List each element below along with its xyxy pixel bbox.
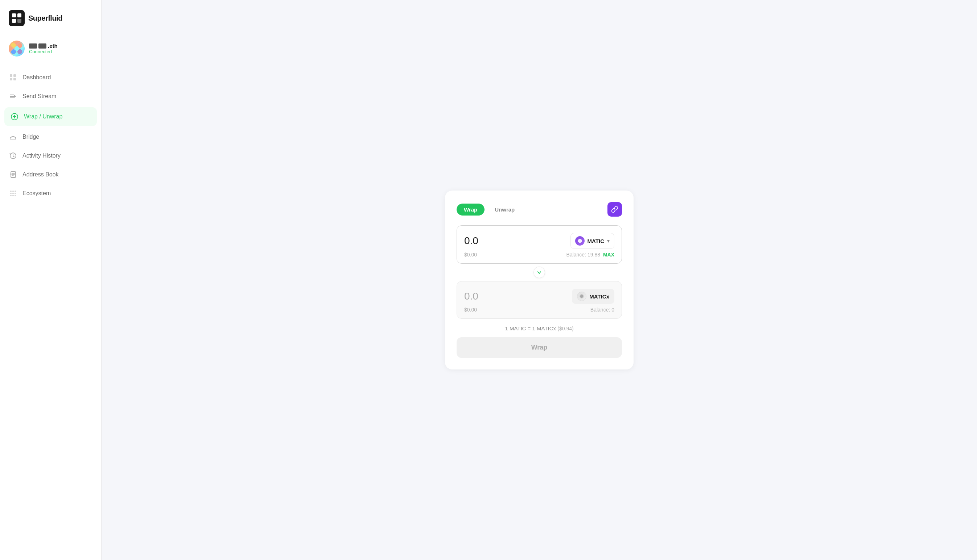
address-blocks	[29, 43, 47, 48]
token-input-row: MATIC ▾	[464, 233, 614, 249]
svg-rect-0	[12, 13, 16, 17]
svg-rect-7	[13, 78, 16, 80]
sidebar-item-bridge[interactable]: Bridge	[0, 128, 101, 146]
token-selector-maticx[interactable]: MATICx	[572, 289, 614, 304]
input-token-name: MATIC	[587, 238, 604, 244]
svg-point-25	[10, 190, 12, 192]
logo-area: Superfluid	[0, 0, 101, 35]
sidebar-item-label: Bridge	[22, 134, 39, 140]
rate-text: 1 MATIC = 1 MATICx	[505, 325, 556, 332]
connection-status: Connected	[29, 49, 58, 54]
sidebar-item-label: Wrap / Unwrap	[24, 113, 62, 120]
chevron-down-icon: ▾	[607, 238, 610, 244]
maticx-token-icon	[577, 292, 586, 301]
sidebar-item-label: Activity History	[22, 152, 60, 159]
sidebar-item-ecosystem[interactable]: Ecosystem	[0, 184, 101, 203]
matic-token-icon	[575, 236, 585, 246]
sidebar-item-send-stream[interactable]: Send Stream	[0, 87, 101, 106]
svg-rect-3	[17, 19, 22, 23]
sidebar-item-label: Ecosystem	[22, 190, 51, 197]
svg-rect-2	[12, 19, 16, 23]
amount-input[interactable]	[464, 235, 554, 247]
svg-point-32	[12, 195, 14, 196]
output-token-name: MATICx	[589, 293, 609, 300]
token-output-row: 0.0 MATICx	[464, 289, 614, 304]
rate-price: ($0.94)	[557, 326, 573, 332]
sidebar-item-label: Address Book	[22, 171, 59, 178]
rate-info: 1 MATIC = 1 MATICx ($0.94)	[457, 325, 622, 332]
wrap-card: Wrap Unwrap MATIC	[445, 190, 634, 370]
main-content: Wrap Unwrap MATIC	[102, 0, 977, 560]
svg-rect-5	[13, 74, 16, 77]
svg-point-30	[15, 193, 16, 194]
sidebar: Superfluid .eth Connected	[0, 0, 102, 560]
tab-group: Wrap Unwrap	[457, 203, 522, 215]
output-usd-value: $0.00	[464, 307, 477, 313]
sidebar-item-wrap-unwrap[interactable]: Wrap / Unwrap	[4, 107, 97, 126]
input-meta-row: $0.00 Balance: 19.88 MAX	[464, 252, 614, 258]
account-info: .eth Connected	[29, 43, 58, 54]
sidebar-item-activity-history[interactable]: Activity History	[0, 146, 101, 165]
addr-block-1	[29, 43, 37, 48]
superfluid-logo-icon	[9, 10, 25, 26]
output-token-box: 0.0 MATICx $0.00 Balance: 0	[457, 281, 622, 319]
arrow-divider	[457, 267, 622, 278]
unwrap-tab[interactable]: Unwrap	[487, 203, 522, 215]
svg-point-28	[10, 193, 12, 194]
ecosystem-icon	[9, 189, 17, 198]
sidebar-item-dashboard[interactable]: Dashboard	[0, 68, 101, 87]
activity-history-icon	[9, 152, 17, 160]
link-icon-button[interactable]	[607, 202, 622, 217]
output-balance-info: Balance: 0	[591, 307, 614, 313]
output-meta-row: $0.00 Balance: 0	[464, 307, 614, 313]
dashboard-icon	[9, 73, 17, 82]
svg-rect-4	[10, 74, 12, 77]
max-button[interactable]: MAX	[603, 252, 614, 258]
svg-marker-34	[578, 239, 582, 243]
svg-rect-6	[10, 78, 12, 80]
addr-block-2	[38, 43, 47, 48]
input-usd-value: $0.00	[464, 252, 477, 258]
svg-point-33	[15, 195, 16, 196]
avatar	[9, 40, 25, 57]
input-balance-info: Balance: 19.88 MAX	[567, 252, 614, 258]
nav-menu: Dashboard Send Stream Wra	[0, 65, 101, 560]
app-title: Superfluid	[28, 14, 62, 22]
wrap-button[interactable]: Wrap	[457, 337, 622, 358]
card-header: Wrap Unwrap	[457, 202, 622, 217]
sidebar-item-address-book[interactable]: Address Book	[0, 165, 101, 184]
svg-point-27	[15, 190, 16, 192]
bridge-icon	[9, 133, 17, 141]
address-book-icon	[9, 170, 17, 179]
svg-point-31	[10, 195, 12, 196]
svg-rect-1	[17, 13, 22, 17]
sidebar-item-label: Send Stream	[22, 93, 56, 100]
svg-point-29	[12, 193, 14, 194]
account-ens: .eth	[48, 43, 58, 49]
output-amount: 0.0	[464, 290, 554, 302]
account-area: .eth Connected	[0, 35, 101, 65]
account-address: .eth	[29, 43, 58, 49]
wrap-unwrap-icon	[10, 112, 19, 121]
input-token-box: MATIC ▾ $0.00 Balance: 19.88 MAX	[457, 225, 622, 264]
wrap-tab[interactable]: Wrap	[457, 203, 485, 215]
sidebar-item-label: Dashboard	[22, 74, 51, 81]
send-stream-icon	[9, 92, 17, 101]
token-selector-matic[interactable]: MATIC ▾	[570, 233, 614, 249]
arrow-down-circle	[534, 267, 545, 278]
svg-point-26	[12, 190, 14, 192]
